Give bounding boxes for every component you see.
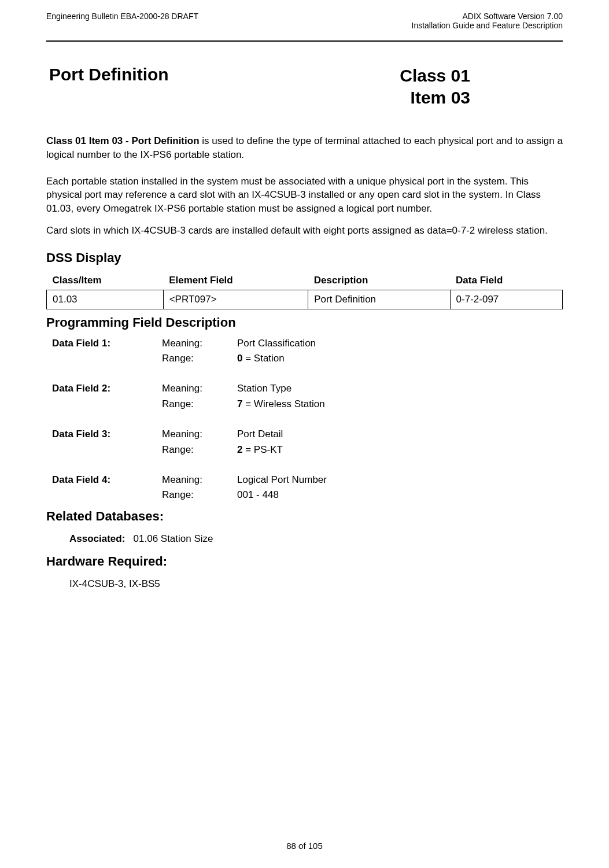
related-databases-row: Associated: 01.06 Station Size [69, 533, 563, 545]
dss-display-heading: DSS Display [46, 250, 563, 265]
page-title: Port Definition [49, 65, 169, 84]
dss-header-classitem: Class/Item [47, 271, 164, 290]
header-right: ADIX Software Version 7.00 Installation … [412, 12, 563, 30]
dss-header-element: Element Field [163, 271, 308, 290]
intro-bold-lead: Class 01 Item 03 - Port Definition [46, 135, 200, 146]
related-databases-heading: Related Databases: [46, 509, 563, 524]
hardware-required-heading: Hardware Required: [46, 554, 563, 569]
dss-header-datafield: Data Field [450, 271, 562, 290]
data-field-3-range-val: 2 = PS-KT [237, 442, 563, 457]
dss-cell-element: <PRT097> [163, 290, 308, 309]
header-right-line1: ADIX Software Version 7.00 [412, 12, 563, 21]
data-field-4-label: Data Field 4: [46, 472, 162, 487]
data-field-1-meaning-key: Meaning: [162, 336, 237, 351]
dss-data-row: 01.03 <PRT097> Port Definition 0-7-2-097 [47, 290, 563, 309]
data-field-2-meaning-val: Station Type [237, 381, 563, 396]
data-field-2-meaning-key: Meaning: [162, 381, 237, 396]
data-field-2-range-val: 7 = Wireless Station [237, 397, 563, 412]
paragraph-2: Each portable station installed in the s… [46, 175, 563, 216]
dss-cell-datafield: 0-7-2-097 [450, 290, 562, 309]
header-divider [46, 40, 563, 42]
data-field-3-label: Data Field 3: [46, 427, 162, 442]
dss-cell-classitem: 01.03 [47, 290, 164, 309]
title-class: Class 01 [400, 65, 470, 87]
data-field-4-range-val: 001 - 448 [237, 487, 563, 503]
intro-paragraph: Class 01 Item 03 - Port Definition is us… [46, 134, 563, 162]
data-field-1-range-val: 0 = Station [237, 351, 563, 366]
dss-table: Class/Item Element Field Description Dat… [46, 271, 563, 309]
data-field-4-range-key: Range: [162, 487, 237, 503]
associated-value: 01.06 Station Size [134, 533, 213, 544]
dss-header-description: Description [308, 271, 450, 290]
data-field-1-label: Data Field 1: [46, 336, 162, 351]
paragraph-3: Card slots in which IX-4CSUB-3 cards are… [46, 224, 563, 238]
programming-field-description-heading: Programming Field Description [46, 315, 563, 330]
data-field-1-block: Data Field 1: Meaning: Port Classificati… [46, 336, 563, 367]
data-field-3-block: Data Field 3: Meaning: Port Detail Range… [46, 427, 563, 457]
header-right-line2: Installation Guide and Feature Descripti… [412, 21, 563, 30]
dss-cell-description: Port Definition [308, 290, 450, 309]
hardware-required-value: IX-4CSUB-3, IX-BS5 [69, 578, 563, 590]
title-item: Item 03 [400, 87, 470, 109]
page-title-row: Port Definition Class 01 Item 03 [49, 65, 563, 108]
data-field-4-meaning-key: Meaning: [162, 472, 237, 487]
data-field-1-meaning-val: Port Classification [237, 336, 563, 351]
data-field-4-block: Data Field 4: Meaning: Logical Port Numb… [46, 472, 563, 503]
data-field-2-block: Data Field 2: Meaning: Station Type Rang… [46, 381, 563, 412]
data-field-4-meaning-val: Logical Port Number [237, 472, 563, 487]
data-field-3-range-key: Range: [162, 442, 237, 457]
page-header: Engineering Bulletin EBA-2000-28 DRAFT A… [46, 12, 563, 30]
dss-header-row: Class/Item Element Field Description Dat… [47, 271, 563, 290]
data-field-2-label: Data Field 2: [46, 381, 162, 396]
associated-label: Associated: [69, 533, 125, 544]
data-field-3-meaning-key: Meaning: [162, 427, 237, 442]
header-left: Engineering Bulletin EBA-2000-28 DRAFT [46, 12, 198, 21]
data-field-3-meaning-val: Port Detail [237, 427, 563, 442]
page-title-class-item: Class 01 Item 03 [400, 65, 470, 108]
data-field-1-range-key: Range: [162, 351, 237, 366]
data-field-2-range-key: Range: [162, 397, 237, 412]
page-footer: 88 of 105 [0, 841, 609, 851]
